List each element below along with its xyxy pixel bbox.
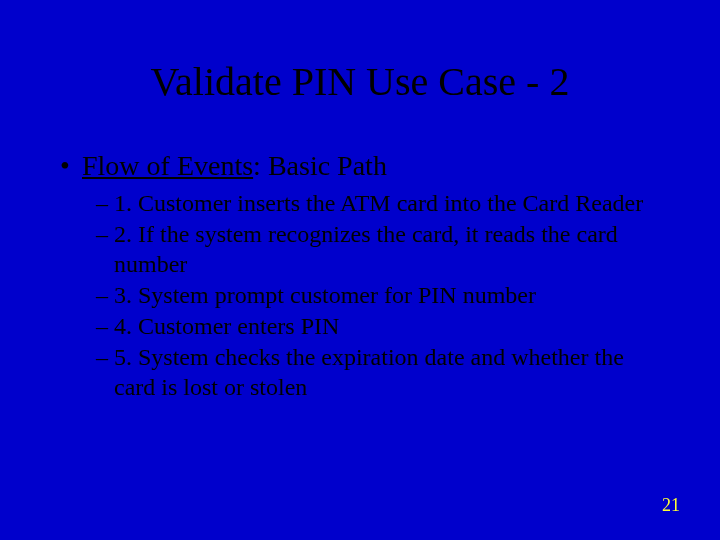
list-item: – 5. System checks the expiration date a… (96, 342, 660, 403)
list-item: – 1. Customer inserts the ATM card into … (96, 188, 660, 219)
page-number: 21 (662, 495, 680, 516)
steps-list: – 1. Customer inserts the ATM card into … (96, 188, 660, 403)
dash-icon: – (96, 280, 114, 311)
list-item: – 2. If the system recognizes the card, … (96, 219, 660, 280)
heading-rest: : Basic Path (253, 150, 387, 181)
list-item-text: 1. Customer inserts the ATM card into th… (114, 188, 660, 219)
list-item-text: 4. Customer enters PIN (114, 311, 660, 342)
heading-underlined: Flow of Events (82, 150, 253, 181)
bullet-icon: • (60, 150, 82, 182)
slide: Validate PIN Use Case - 2 •Flow of Event… (0, 0, 720, 540)
list-item: – 3. System prompt customer for PIN numb… (96, 280, 660, 311)
heading-line: •Flow of Events: Basic Path (60, 150, 660, 182)
dash-icon: – (96, 188, 114, 219)
list-item-text: 3. System prompt customer for PIN number (114, 280, 660, 311)
slide-body: •Flow of Events: Basic Path – 1. Custome… (60, 150, 660, 403)
dash-icon: – (96, 311, 114, 342)
dash-icon: – (96, 342, 114, 373)
list-item: – 4. Customer enters PIN (96, 311, 660, 342)
dash-icon: – (96, 219, 114, 250)
slide-title: Validate PIN Use Case - 2 (0, 58, 720, 105)
list-item-text: 5. System checks the expiration date and… (114, 342, 660, 403)
list-item-text: 2. If the system recognizes the card, it… (114, 219, 660, 280)
